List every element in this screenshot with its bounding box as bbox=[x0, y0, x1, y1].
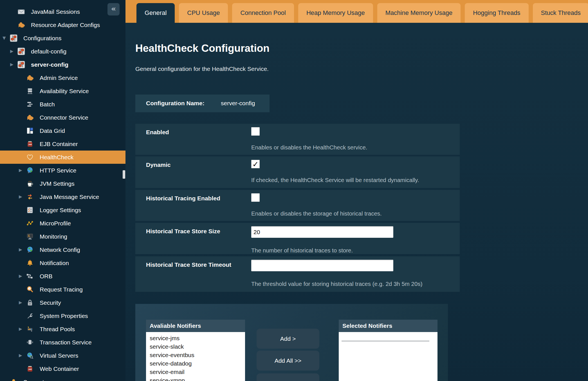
sidebar-item-logger-settings[interactable]: Logger Settings bbox=[0, 203, 125, 217]
notifier-option-service-jms[interactable]: service-jms bbox=[146, 334, 245, 342]
sidebar-item-request-tracing[interactable]: Request Tracing bbox=[0, 283, 125, 296]
mail-icon bbox=[17, 8, 25, 15]
notifier-option-service-email[interactable]: service-email bbox=[146, 368, 245, 376]
sidebar-item-connector-service[interactable]: Connector Service bbox=[0, 111, 125, 124]
sidebar-item-ejb-container[interactable]: JAREJB Container bbox=[0, 137, 125, 151]
notifier-option-service-datadog[interactable]: service-datadog bbox=[146, 359, 245, 368]
app-window: JavaMail SessionsResource Adapter Config… bbox=[0, 0, 588, 381]
notifiers-panel: Avaliable Notifiers service-jmsservice-s… bbox=[135, 304, 448, 381]
sidebar-item-label: server-config bbox=[31, 61, 68, 68]
sidebar-item-healthcheck[interactable]: HealthCheck bbox=[0, 151, 125, 164]
sidebar-item-monitoring[interactable]: Monitoring bbox=[0, 230, 125, 243]
coffee-icon bbox=[26, 180, 34, 187]
sidebar-item-system-properties[interactable]: System Properties bbox=[0, 309, 125, 322]
expander-collapsed-icon[interactable]: ▶ bbox=[19, 353, 22, 358]
globe-icon bbox=[26, 246, 34, 254]
sidebar-item-default-config[interactable]: ▶default-config bbox=[0, 45, 125, 58]
form-row-historical-tracing-enabled: Historical Tracing EnabledEnables or dis… bbox=[135, 190, 460, 221]
expander-collapsed-icon[interactable]: ▶ bbox=[19, 195, 22, 199]
field-label: Historical Trace Store Size bbox=[146, 228, 220, 235]
sidebar-item-server-config[interactable]: ▶server-config bbox=[0, 58, 125, 71]
sidebar-item-microprofile[interactable]: MicroProfile bbox=[0, 217, 125, 230]
field-help-text: Enables or disables the HealthCheck serv… bbox=[251, 144, 367, 151]
tab-connection-pool[interactable]: Connection Pool bbox=[232, 3, 294, 23]
sidebar-item-label: Notification bbox=[40, 260, 69, 266]
field-help-text: Enables or disables the storage of histo… bbox=[251, 210, 382, 217]
sidebar-item-transaction-service[interactable]: Transaction Service bbox=[0, 336, 125, 349]
person-icon bbox=[10, 378, 17, 381]
monitor-icon bbox=[26, 233, 34, 240]
expander-collapsed-icon[interactable]: ▶ bbox=[10, 49, 14, 53]
enabled-checkbox[interactable] bbox=[251, 127, 260, 136]
selected-notifiers-header: Selected Notifiers bbox=[339, 320, 437, 332]
sidebar-item-network-config[interactable]: ▶Network Config bbox=[0, 243, 125, 256]
sidebar-item-javamail-sessions[interactable]: JavaMail Sessions bbox=[0, 5, 125, 18]
sidebar-item-batch[interactable]: Batch bbox=[0, 98, 125, 111]
sidebar-item-label: Monitoring bbox=[40, 233, 67, 240]
add-all-button[interactable]: Add All >> bbox=[257, 351, 319, 371]
sidebar-item-security[interactable]: ▶Security bbox=[0, 296, 125, 309]
grid-icon bbox=[26, 127, 34, 135]
transfer-button-partial[interactable] bbox=[257, 373, 319, 381]
configuration-name-value: server-config bbox=[221, 100, 255, 107]
notifier-option-service-eventbus[interactable]: service-eventbus bbox=[146, 351, 245, 359]
expander-collapsed-icon[interactable]: ▶ bbox=[10, 62, 14, 67]
tab-cpu-usage[interactable]: CPU Usage bbox=[179, 3, 228, 23]
tab-stuck-threads[interactable]: Stuck Threads bbox=[533, 3, 588, 23]
tab-machine-memory-usage[interactable]: Machine Memory Usage bbox=[377, 3, 461, 23]
sidebar-item-web-container[interactable]: JARWeb Container bbox=[0, 362, 125, 375]
expander-collapsed-icon[interactable]: ▶ bbox=[19, 327, 22, 331]
historical-tracing-enabled-checkbox[interactable] bbox=[251, 193, 260, 202]
form-row-dynamic: Dynamic✓If checked, the HealthCheck Serv… bbox=[135, 156, 460, 188]
lock-icon bbox=[26, 299, 34, 306]
sidebar-item-virtual-servers[interactable]: ▶Virtual Servers bbox=[0, 349, 125, 362]
sidebar-item-label: Virtual Servers bbox=[40, 352, 78, 359]
sidebar-collapse-button[interactable]: « bbox=[107, 3, 120, 15]
expander-collapsed-icon[interactable]: ▶ bbox=[19, 248, 22, 252]
sidebar-item-label: Resource Adapter Configs bbox=[31, 22, 100, 28]
tab-bar: GeneralCPU UsageConnection PoolHeap Memo… bbox=[125, 0, 588, 23]
expander-collapsed-icon[interactable]: ▶ bbox=[19, 274, 22, 278]
dynamic-checkbox[interactable]: ✓ bbox=[251, 160, 260, 168]
puzzle-icon bbox=[17, 21, 25, 29]
sidebar-item-notification[interactable]: Notification bbox=[0, 256, 125, 270]
config-icon bbox=[17, 48, 25, 55]
notifier-option-service-slack[interactable]: service-slack bbox=[146, 342, 245, 351]
notifier-option-service-xmpp[interactable]: service-xmpp bbox=[146, 376, 245, 381]
expander-collapsed-icon[interactable]: ▶ bbox=[19, 168, 22, 172]
tab-hogging-threads[interactable]: Hogging Threads bbox=[465, 3, 528, 23]
sidebar-item-label: Transaction Service bbox=[40, 339, 92, 346]
sidebar-item-data-grid[interactable]: Data Grid bbox=[0, 124, 125, 137]
globe-search-icon bbox=[26, 352, 34, 359]
sidebar-item-label: Request Tracing bbox=[40, 286, 83, 293]
sidebar-item-resource-adapter-configs[interactable]: Resource Adapter Configs bbox=[0, 18, 125, 32]
sidebar-item-java-message-service[interactable]: ▶Java Message Service bbox=[0, 190, 125, 203]
tab-heap-memory-usage[interactable]: Heap Memory Usage bbox=[298, 3, 373, 23]
configuration-name-panel: Configuration Name: server-config bbox=[135, 95, 270, 112]
available-notifiers-list[interactable]: service-jmsservice-slackservice-eventbus… bbox=[146, 332, 245, 381]
page-description: General configuration for the HealthChec… bbox=[135, 66, 269, 72]
expander-collapsed-icon[interactable]: ▶ bbox=[19, 301, 22, 305]
add-button[interactable]: Add > bbox=[257, 329, 319, 349]
historical-trace-store-size-input[interactable] bbox=[251, 226, 393, 238]
selected-notifiers-list[interactable] bbox=[339, 332, 437, 381]
sidebar-scrollbar-thumb[interactable] bbox=[123, 170, 125, 179]
sidebar-item-admin-service[interactable]: Admin Service bbox=[0, 71, 125, 84]
sidebar-item-support[interactable]: Support bbox=[0, 375, 125, 381]
sidebar-item-label: MicroProfile bbox=[40, 220, 71, 227]
bell-icon bbox=[26, 259, 34, 267]
sidebar-item-configurations[interactable]: ▼Configurations bbox=[0, 32, 125, 45]
sidebar-item-http-service[interactable]: ▶HTTP Service bbox=[0, 164, 125, 177]
tab-general[interactable]: General bbox=[136, 3, 175, 23]
jar-icon: JAR bbox=[26, 140, 34, 148]
sidebar-item-availability-service[interactable]: Availability Service bbox=[0, 84, 125, 98]
sidebar-item-label: Logger Settings bbox=[40, 207, 81, 214]
globe-icon bbox=[26, 167, 34, 174]
historical-trace-store-timeout-input[interactable] bbox=[251, 260, 393, 271]
sidebar-item-jvm-settings[interactable]: JVM Settings bbox=[0, 177, 125, 190]
expander-expanded-icon[interactable]: ▼ bbox=[3, 36, 6, 40]
sidebar-tree: JavaMail SessionsResource Adapter Config… bbox=[0, 5, 125, 381]
sidebar: JavaMail SessionsResource Adapter Config… bbox=[0, 0, 125, 381]
sidebar-item-orb[interactable]: ▶ORB bbox=[0, 270, 125, 283]
sidebar-item-thread-pools[interactable]: ▶Thread Pools bbox=[0, 322, 125, 336]
